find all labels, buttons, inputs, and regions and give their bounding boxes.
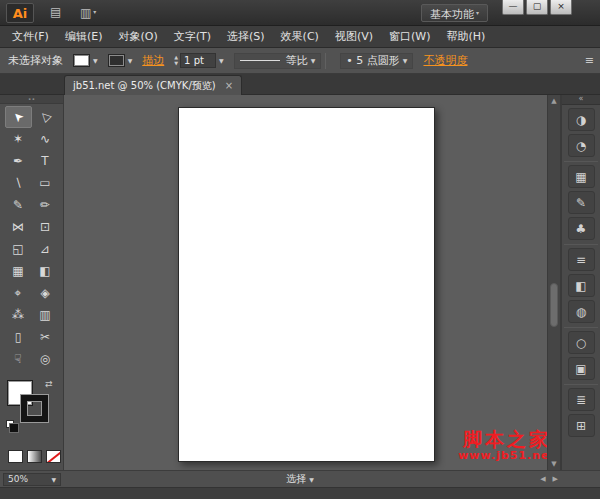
- color-button[interactable]: [8, 450, 23, 463]
- mesh-tool[interactable]: ▦: [5, 260, 32, 282]
- canvas-area[interactable]: 脚本之家 www.jb51.net: [64, 95, 547, 470]
- rectangle-tool-icon: ▭: [39, 176, 50, 190]
- vertical-scrollbar[interactable]: ▲ ▼: [547, 95, 561, 470]
- panel-graphic-styles[interactable]: ▣: [568, 357, 595, 380]
- lasso-tool[interactable]: ∿: [32, 128, 59, 150]
- workspace-switcher[interactable]: 基本功能▾: [421, 4, 488, 22]
- scroll-left-icon[interactable]: ◀: [540, 475, 545, 483]
- default-fill-stroke-icon[interactable]: [6, 420, 14, 428]
- eyedropper-tool-icon: ⌖: [15, 286, 22, 300]
- stroke-color-swatch[interactable]: [21, 395, 48, 422]
- control-panel-menu-icon[interactable]: ≡: [585, 54, 594, 67]
- panel-transparency[interactable]: ◍: [568, 300, 595, 323]
- menu-help[interactable]: 帮助(H): [438, 26, 493, 47]
- stroke-profile-dropdown[interactable]: 等比 ▼: [234, 53, 322, 69]
- window-bottom-edge: [0, 487, 600, 499]
- panel-stroke[interactable]: ≡: [568, 248, 595, 271]
- status-display-dropdown[interactable]: 选择 ▼: [286, 472, 314, 486]
- document-tab[interactable]: jb51.net @ 50% (CMYK/预览) ×: [64, 75, 242, 95]
- panel-brushes[interactable]: ✎: [568, 191, 595, 214]
- symbol-sprayer-tool[interactable]: ⁂: [5, 304, 32, 326]
- menu-edit[interactable]: 编辑(E): [57, 26, 111, 47]
- zoom-tool[interactable]: ◎: [32, 348, 59, 370]
- pencil-tool-icon: ✏: [40, 198, 50, 212]
- panel-swatches[interactable]: ▦: [568, 165, 595, 188]
- gradient-tool[interactable]: ◧: [32, 260, 59, 282]
- stroke-weight-stepper[interactable]: ▲ ▼: [174, 55, 178, 66]
- paintbrush-tool[interactable]: ✎: [5, 194, 32, 216]
- close-button[interactable]: ×: [550, 0, 572, 15]
- shape-builder-tool[interactable]: ◱: [5, 238, 32, 260]
- stepper-down-icon: ▼: [174, 61, 178, 66]
- arrange-documents-icon[interactable]: ▥▾: [80, 6, 96, 19]
- panel-gradient[interactable]: ◧: [568, 274, 595, 297]
- restore-button[interactable]: ▢: [526, 0, 548, 15]
- tools-panel: ∙∙ ➤ ▷ ✶ ∿ ✒ T ∖ ▭ ✎ ✏ ⋈ ⊡ ◱ ⊿ ▦ ◧ ⌖ ◈ ⁂…: [0, 95, 64, 470]
- gradient-button[interactable]: [27, 450, 42, 463]
- blend-tool[interactable]: ◈: [32, 282, 59, 304]
- stroke-weight-field[interactable]: 1 pt: [180, 53, 216, 68]
- rectangle-tool[interactable]: ▭: [32, 172, 59, 194]
- none-button[interactable]: [46, 450, 61, 463]
- brush-definition-dropdown[interactable]: • 5 点圆形 ▼: [340, 53, 413, 69]
- panel-layers[interactable]: ≣: [568, 388, 595, 411]
- zoom-level-value: 50%: [8, 474, 28, 484]
- chevron-down-icon: ▼: [93, 57, 98, 64]
- pencil-tool[interactable]: ✏: [32, 194, 59, 216]
- fill-color-dropdown[interactable]: [73, 54, 90, 67]
- chevron-down-icon: ▼: [403, 57, 408, 64]
- column-graph-tool[interactable]: ▥: [32, 304, 59, 326]
- slice-tool-icon: ✂: [40, 330, 50, 344]
- menu-view[interactable]: 视图(V): [327, 26, 381, 47]
- color-mode-buttons: [0, 450, 63, 463]
- magic-wand-tool[interactable]: ✶: [5, 128, 32, 150]
- panel-appearance[interactable]: ○: [568, 331, 595, 354]
- minimize-button[interactable]: —: [502, 0, 524, 15]
- selection-tool[interactable]: ➤: [5, 106, 32, 128]
- eyedropper-tool[interactable]: ⌖: [5, 282, 32, 304]
- width-tool[interactable]: ⋈: [5, 216, 32, 238]
- artboard-tool[interactable]: ▯: [5, 326, 32, 348]
- menu-window[interactable]: 窗口(W): [381, 26, 438, 47]
- hand-tool[interactable]: ☟: [5, 348, 32, 370]
- type-tool[interactable]: T: [32, 150, 59, 172]
- zoom-level-select[interactable]: 50% ▼: [3, 473, 61, 486]
- panel-artboards[interactable]: ⊞: [568, 414, 595, 437]
- panel-dock: « ◑ ◔ ▦ ✎ ♣ ≡ ◧ ◍ ○ ▣ ≣ ⊞: [561, 95, 600, 470]
- panel-symbols[interactable]: ♣: [568, 217, 595, 240]
- menu-file[interactable]: 文件(F): [4, 26, 57, 47]
- pen-tool[interactable]: ✒: [5, 150, 32, 172]
- menu-type[interactable]: 文字(T): [166, 26, 219, 47]
- divider: [564, 384, 598, 385]
- line-segment-tool[interactable]: ∖: [5, 172, 32, 194]
- blend-tool-icon: ◈: [40, 286, 49, 300]
- swap-fill-stroke-icon[interactable]: ⇄: [45, 379, 53, 389]
- slice-tool[interactable]: ✂: [32, 326, 59, 348]
- artboard[interactable]: [178, 107, 435, 462]
- scroll-up-icon[interactable]: ▲: [548, 97, 560, 105]
- stroke-panel-link[interactable]: 描边: [142, 53, 164, 68]
- panel-color-guide[interactable]: ◔: [568, 134, 595, 157]
- control-bar: 未选择对象 ▼ ▼ 描边 ▲ ▼ 1 pt ▼ 等比 ▼ • 5 点圆形 ▼ 不…: [0, 48, 600, 74]
- menu-object[interactable]: 对象(O): [110, 26, 165, 47]
- perspective-grid-tool[interactable]: ⊿: [32, 238, 59, 260]
- tab-close-icon[interactable]: ×: [225, 80, 233, 91]
- menu-select[interactable]: 选择(S): [219, 26, 273, 47]
- direct-selection-tool[interactable]: ▷: [32, 106, 59, 128]
- gradient-panel-icon: ◧: [575, 279, 586, 293]
- menu-effect[interactable]: 效果(C): [273, 26, 327, 47]
- panel-color[interactable]: ◑: [568, 108, 595, 131]
- chevron-down-icon: ▼: [128, 57, 133, 64]
- opacity-panel-link[interactable]: 不透明度: [423, 53, 467, 68]
- column-graph-tool-icon: ▥: [39, 308, 50, 322]
- scroll-down-icon[interactable]: ▼: [548, 460, 560, 468]
- stroke-profile-label: 等比: [286, 53, 308, 68]
- free-transform-tool[interactable]: ⊡: [32, 216, 59, 238]
- stroke-color-dropdown[interactable]: [108, 54, 125, 67]
- bridge-icon[interactable]: ▤: [50, 6, 61, 18]
- app-logo: Ai: [6, 3, 34, 23]
- scroll-right-icon[interactable]: ▶: [553, 475, 558, 483]
- tools-panel-grip[interactable]: ∙∙: [0, 95, 63, 104]
- expand-panels-icon[interactable]: «: [562, 95, 600, 105]
- vertical-scrollbar-thumb[interactable]: [550, 283, 558, 327]
